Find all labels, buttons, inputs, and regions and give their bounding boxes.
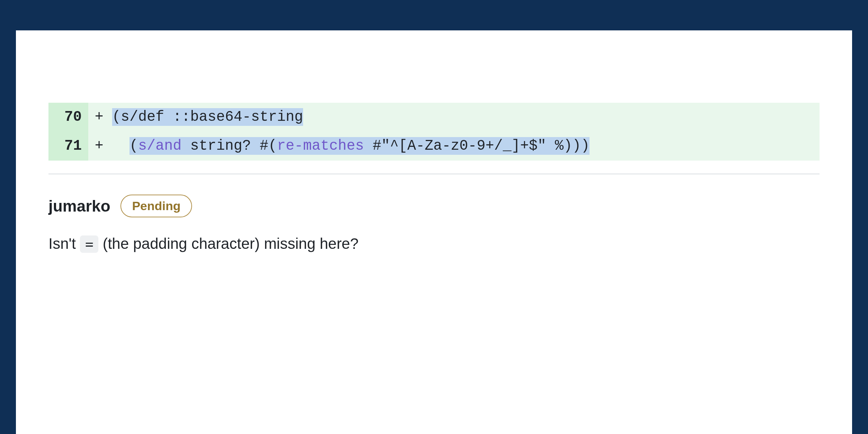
selection: (s/def ::base64-string — [112, 108, 303, 126]
inline-code: = — [80, 235, 98, 253]
code-fn: s/and — [138, 138, 182, 154]
comment-body: Isn't = (the padding character) missing … — [48, 233, 820, 255]
comment-header: jumarko Pending — [48, 195, 820, 217]
line-number: 71 — [48, 132, 88, 161]
status-badge: Pending — [120, 195, 192, 217]
code-fn: re-matches — [277, 138, 364, 154]
diff-row[interactable]: 70 + (s/def ::base64-string — [48, 103, 820, 132]
selection: (s/and string? #(re-matches #"^[A-Za-z0-… — [129, 137, 590, 155]
code-cell[interactable]: (s/and string? #(re-matches #"^[A-Za-z0-… — [110, 132, 820, 161]
comment-author[interactable]: jumarko — [48, 197, 110, 215]
review-card: 70 + (s/def ::base64-string 71 + (s/and … — [16, 30, 852, 434]
comment-text: Isn't — [48, 235, 80, 252]
line-number: 70 — [48, 103, 88, 132]
code-indent — [112, 138, 129, 154]
divider — [48, 174, 820, 174]
diff-sign: + — [88, 103, 110, 132]
diff-block: 70 + (s/def ::base64-string 71 + (s/and … — [48, 103, 820, 161]
comment-text: (the padding character) missing here? — [103, 235, 358, 252]
diff-sign: + — [88, 132, 110, 161]
diff-row[interactable]: 71 + (s/and string? #(re-matches #"^[A-Z… — [48, 132, 820, 161]
code-cell[interactable]: (s/def ::base64-string — [110, 103, 820, 132]
